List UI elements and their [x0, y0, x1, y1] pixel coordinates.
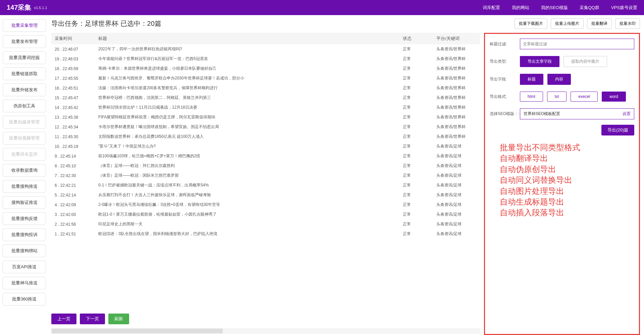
refresh-button[interactable]: 刷新: [108, 314, 129, 324]
top-actions: 批量下载图片 批量上传图片 批量翻译 批量水印: [515, 18, 640, 29]
cell-status: 正常: [399, 210, 433, 219]
btn-batch-watermark[interactable]: 批量水印: [615, 18, 640, 29]
sidebar-item-5[interactable]: 伪原创工具: [3, 100, 46, 112]
nav-mysite[interactable]: 我的网站: [512, 5, 529, 11]
horizontal-scrollbar[interactable]: [51, 328, 480, 334]
cell-status: 正常: [399, 64, 433, 73]
seo-template-select[interactable]: 世界杯SEO模板配置 设置: [520, 108, 634, 119]
cell-time: 9 . 22:45:14: [51, 151, 95, 161]
cell-time: 4 . 22:42:09: [51, 200, 95, 210]
top-nav: 词库配置 我的网站 我的SEO模版 采集QQ群 VPS拨号设置: [483, 5, 637, 11]
table-row[interactable]: 5 . 22:42:14从压着打到不会打！大连人三外援快乐足球，谢晖面临严峻考验…: [51, 190, 480, 200]
export-field-content[interactable]: 内容: [547, 74, 571, 85]
sidebar-item-4[interactable]: 批量外链发布: [3, 83, 46, 96]
nav-ciku[interactable]: 词库配置: [483, 5, 500, 11]
cell-status: 正常: [399, 200, 433, 210]
sidebar-item-0[interactable]: 批量采集管理: [3, 19, 46, 32]
cell-time: 12 . 22:45:34: [51, 122, 95, 132]
format-word[interactable]: word: [602, 92, 626, 102]
cell-title: 2022年了，四年一次的世界杯狂热还能再现吗?: [95, 44, 399, 54]
cell-status: 正常: [399, 142, 433, 151]
nav-vps-dial[interactable]: VPS拨号设置: [611, 5, 637, 11]
format-txt[interactable]: txt: [547, 92, 567, 102]
table-row[interactable]: 19 . 22:46:03今年谁能问鼎？世界杯冠军排行&历届冠军一览：巴西5冠居…: [51, 54, 480, 64]
cell-time: 14 . 22:45:42: [51, 103, 95, 112]
feature-item: 自动翻译导出: [500, 153, 634, 164]
sidebar-item-16[interactable]: 批量神马推送: [3, 277, 46, 289]
btn-batch-download-images[interactable]: 批量下载图片: [515, 18, 547, 29]
label-export-fields: 导出字段:: [490, 76, 520, 82]
btn-batch-upload-images[interactable]: 批量上传图片: [551, 18, 584, 29]
cell-source: 头条资讯/世界杯: [433, 122, 480, 132]
btn-batch-translate[interactable]: 批量翻译: [587, 18, 612, 29]
label-title-filter: 标题过滤:: [490, 41, 520, 47]
table-row[interactable]: 3 . 22:42:00欧冠1-0！莱万又腰裹拉着脏袋，哈维最贴如雷，小因扎吉眼…: [51, 210, 480, 219]
cell-status: 正常: [399, 161, 433, 171]
feature-item: 批量导出不同类型格式: [500, 142, 634, 153]
table-row[interactable]: 15 . 22:45:47世界杯夺冠榜：巴西领跑，法国第二，阿根廷、英格兰并列第…: [51, 93, 480, 103]
sidebar-item-2[interactable]: 批量流量词挖掘: [3, 51, 46, 64]
cell-source: 头条资讯/世界杯: [433, 83, 480, 93]
cell-status: 正常: [399, 103, 433, 112]
sidebar-item-15[interactable]: 百度API推送: [3, 261, 46, 273]
cell-source: 头条资讯/世界杯: [433, 132, 480, 142]
sidebar-item-10[interactable]: 批量搜狗推送: [3, 180, 46, 193]
table-row[interactable]: 12 . 22:45:34卡塔尔世界杯遭质疑！曝法国球迷抵制，希望宣扬。国足不怕…: [51, 122, 480, 132]
app-brand: 147采集: [7, 3, 31, 12]
export-type-images[interactable]: 提取内容中图片: [564, 56, 607, 67]
sidebar-item-1[interactable]: 批量发布管理: [3, 35, 46, 48]
prev-page-button[interactable]: 上一页: [51, 314, 76, 324]
table-row[interactable]: 16 . 22:45:51法媒：法国将向卡塔尔派遣200多名警察宪兵，保障世界杯…: [51, 83, 480, 93]
table-row[interactable]: 6 . 22:42:210-1！巴萨被捕欧冠最关键一战：压缩点球不利，出局概率5…: [51, 180, 480, 190]
nav-seo-template[interactable]: 我的SEO模版: [541, 5, 568, 11]
cell-status: 正常: [399, 151, 433, 161]
cell-status: 正常: [399, 73, 433, 83]
page-title: 导出任务：足球世界杯 已选中：20篇: [51, 19, 161, 28]
cell-time: 17 . 22:45:55: [51, 73, 95, 83]
table-row[interactable]: 13 . 22:45:38FIFA展望阿根廷世界杯前景：梅西仍是王牌，阿尔瓦雷斯…: [51, 112, 480, 122]
next-page-button[interactable]: 下一页: [80, 314, 105, 324]
feature-item: 自动伪原创导出: [500, 164, 634, 175]
export-type-fields[interactable]: 导出文章字段: [520, 56, 559, 67]
cell-title: 前100场赢103球，哈兰德=梅西+C罗+莱万！姆巴佩的2倍: [95, 151, 399, 161]
table-row[interactable]: 2 . 22:41:56印尼足球史上的黑暗一天正常头条资讯/足球: [51, 219, 480, 229]
export-button[interactable]: 导出(20)篇: [601, 125, 634, 135]
table-row[interactable]: 1 . 22:41:51欧冠综述：3队全胜出线在望，国米利物浦形势大好，巴萨陷入…: [51, 229, 480, 239]
cell-time: 10 . 22:45:19: [51, 142, 95, 151]
sidebar-item-9[interactable]: 收录数据查询: [3, 164, 46, 177]
table-row[interactable]: 14 . 22:45:42世界杯32强全部出炉！11月21日揭幕战，12月18日…: [51, 103, 480, 112]
table-row[interactable]: 17 . 22:45:55最新！乌克兰将与西班牙、葡萄牙联合申办2030年世界杯…: [51, 73, 480, 83]
col-status: 状态: [399, 33, 433, 44]
format-html[interactable]: html: [520, 92, 543, 102]
table-row[interactable]: 18 . 22:45:59蒂姆-卡希尔：本届世界杯将是进球盛宴，小组赛日本队要做…: [51, 64, 480, 73]
cell-time: 13 . 22:45:38: [51, 112, 95, 122]
sidebar-item-7: 批量短视频管理: [3, 132, 46, 145]
format-excel[interactable]: execel: [571, 92, 598, 102]
table-row[interactable]: 7 . 22:42:30（体育）足球——欧冠：国际米兰胜巴塞罗那正常头条资讯/足…: [51, 171, 480, 180]
export-field-title[interactable]: 标题: [520, 74, 543, 85]
sidebar-item-12[interactable]: 批量搜狗反馈: [3, 212, 46, 225]
seo-template-setting[interactable]: 设置: [623, 111, 631, 117]
table-row[interactable]: 9 . 22:45:14前100场赢103球，哈兰德=梅西+C罗+莱万！姆巴佩的…: [51, 151, 480, 161]
table-row[interactable]: 4 . 22:42:092-0爆冷！欧冠头号黑马继续狂飙：3连胜+0丢球，有望终…: [51, 200, 480, 210]
cell-title: 最新！乌克兰将与西班牙、葡萄牙联合申办2030年世界杯足球赛！若成功，部分小: [95, 73, 399, 83]
table-row[interactable]: 20 . 22:46:072022年了，四年一次的世界杯狂热还能再现吗?正常头条…: [51, 44, 480, 54]
sidebar-item-17[interactable]: 批量360推送: [3, 293, 46, 305]
table-row[interactable]: 8 . 22:45:10（体育）足球——欧冠：拜仁胜比尔森胜利正常头条资讯/足球: [51, 161, 480, 171]
sidebar-item-11[interactable]: 搜狗验证推送: [3, 196, 46, 209]
sidebar-item-3[interactable]: 批量链接抓取: [3, 67, 46, 80]
sidebar-item-13[interactable]: 批量搜狗投诉: [3, 228, 46, 241]
cell-source: 头条资讯/足球: [433, 171, 480, 180]
cell-source: 头条资讯/足球: [433, 229, 480, 239]
feature-item: 自动插入段落导出: [500, 207, 634, 218]
cell-status: 正常: [399, 93, 433, 103]
table-row[interactable]: 11 . 22:45:30太阳报数说世界杯：承办总花费1850亿美元 超100万…: [51, 132, 480, 142]
nav-qq-group[interactable]: 采集QQ群: [580, 5, 599, 11]
title-filter-input[interactable]: [520, 39, 634, 49]
cell-time: 20 . 22:46:07: [51, 44, 95, 54]
cell-title: FIFA展望阿根廷世界杯前景：梅西仍是王牌，阿尔瓦雷斯值得期待: [95, 112, 399, 122]
sidebar-item-8: 批量排名监控: [3, 148, 46, 161]
sidebar-item-14[interactable]: 批量搜狗绑站: [3, 244, 46, 257]
table-row[interactable]: 10 . 22:45:19"富斗"又来了！中国足球怎么办?正常头条资讯/足球: [51, 142, 480, 151]
app-header: 147采集 v1.5.1.1 词库配置 我的网站 我的SEO模版 采集QQ群 V…: [0, 0, 644, 15]
